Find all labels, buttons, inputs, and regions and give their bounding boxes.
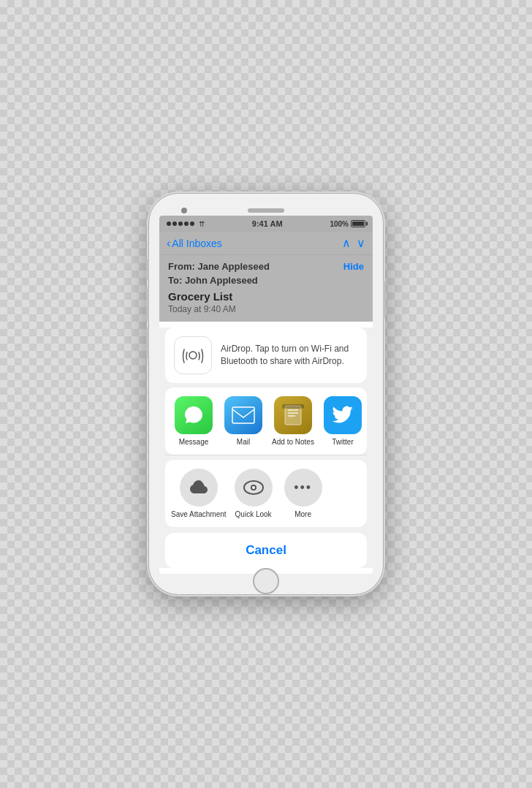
to-label: To: xyxy=(168,275,182,286)
hide-button[interactable]: Hide xyxy=(343,261,364,272)
status-right: 100% xyxy=(330,220,365,228)
airdrop-text: AirDrop. Tap to turn on Wi-Fi and Blueto… xyxy=(221,343,358,368)
save-attachment-icon xyxy=(180,469,218,507)
speaker xyxy=(248,208,284,213)
app-item-mail[interactable]: Mail xyxy=(221,396,266,446)
status-time: 9:41 AM xyxy=(252,219,283,228)
app-label-twitter: Twitter xyxy=(332,438,353,446)
divider xyxy=(165,455,367,455)
twitter-app-icon xyxy=(324,396,362,434)
phone-top xyxy=(159,204,373,216)
back-chevron-icon: ‹ xyxy=(167,237,170,250)
status-bar: ⇈ 9:41 AM 100% xyxy=(159,216,373,232)
volume-down-button xyxy=(146,327,149,359)
app-item-message[interactable]: Message xyxy=(171,396,216,446)
front-camera xyxy=(181,208,187,213)
action-label-quicklook: Quick Look xyxy=(235,510,272,518)
app-item-twitter[interactable]: Twitter xyxy=(320,396,365,446)
back-label: All Inboxes xyxy=(172,238,221,249)
airdrop-section[interactable]: AirDrop. Tap to turn on Wi-Fi and Blueto… xyxy=(165,327,367,383)
from-label: From: xyxy=(168,261,195,272)
svg-rect-6 xyxy=(282,404,304,409)
back-button[interactable]: ‹ All Inboxes xyxy=(167,237,222,250)
mute-button xyxy=(146,259,149,280)
signal-dot xyxy=(172,221,177,226)
mail-header: From: Jane Appleseed Hide To: John Apple… xyxy=(159,255,373,322)
action-row: Save Attachment Quick Look ••• xyxy=(165,460,367,527)
nav-down-icon[interactable]: ∨ xyxy=(357,236,365,250)
action-save-attachment[interactable]: Save Attachment xyxy=(171,469,227,518)
signal-dot xyxy=(184,221,189,226)
nav-bar: ‹ All Inboxes ∧ ∨ xyxy=(159,232,373,255)
app-item-notes[interactable]: Add to Notes xyxy=(270,396,316,446)
action-label-more: More xyxy=(294,510,311,518)
svg-point-9 xyxy=(252,486,255,489)
wifi-icon: ⇈ xyxy=(199,220,205,228)
share-sheet: AirDrop. Tap to turn on Wi-Fi and Blueto… xyxy=(159,327,373,568)
quick-look-icon xyxy=(235,469,273,507)
notes-app-icon xyxy=(274,396,312,434)
battery-icon xyxy=(351,220,365,227)
nav-arrows: ∧ ∨ xyxy=(342,236,365,250)
volume-up-button xyxy=(146,289,149,321)
power-button xyxy=(383,281,386,318)
more-icon: ••• xyxy=(284,469,322,507)
from-row: From: Jane Appleseed Hide xyxy=(168,261,364,272)
battery-percent: 100% xyxy=(330,220,349,228)
mail-subject: Grocery List xyxy=(168,290,364,303)
action-quick-look[interactable]: Quick Look xyxy=(231,469,276,518)
home-button[interactable] xyxy=(253,568,279,594)
phone-frame: ⇈ 9:41 AM 100% ‹ All Inboxes ∧ ∨ xyxy=(149,194,383,594)
phone-screen: ⇈ 9:41 AM 100% ‹ All Inboxes ∧ ∨ xyxy=(159,216,373,574)
app-label-message: Message xyxy=(179,438,209,446)
message-app-icon xyxy=(175,396,213,434)
signal-dot xyxy=(167,221,171,226)
cancel-button[interactable]: Cancel xyxy=(175,543,357,558)
signal-dot xyxy=(190,221,194,226)
status-left: ⇈ xyxy=(167,220,205,228)
action-label-save: Save Attachment xyxy=(171,510,227,518)
svg-point-0 xyxy=(189,352,197,359)
svg-rect-1 xyxy=(232,407,254,423)
signal-dot xyxy=(178,221,183,226)
airdrop-icon xyxy=(181,344,205,367)
more-dots-icon: ••• xyxy=(294,480,312,496)
signal-dots xyxy=(167,221,194,226)
app-label-mail: Mail xyxy=(237,438,250,446)
airdrop-icon-box xyxy=(174,336,212,374)
app-row: Message Mail xyxy=(165,387,367,455)
phone-bottom xyxy=(159,574,373,584)
nav-up-icon[interactable]: ∧ xyxy=(342,236,351,250)
mail-date: Today at 9:40 AM xyxy=(168,304,364,314)
from-name[interactable]: Jane Appleseed xyxy=(197,261,270,272)
cancel-section: Cancel xyxy=(165,533,367,568)
to-name[interactable]: John Appleseed xyxy=(185,275,258,286)
battery-fill xyxy=(352,221,364,226)
mail-app-icon xyxy=(224,396,262,434)
to-row: To: John Appleseed xyxy=(168,275,364,286)
action-more[interactable]: ••• More xyxy=(281,469,326,518)
app-label-notes: Add to Notes xyxy=(272,438,314,446)
